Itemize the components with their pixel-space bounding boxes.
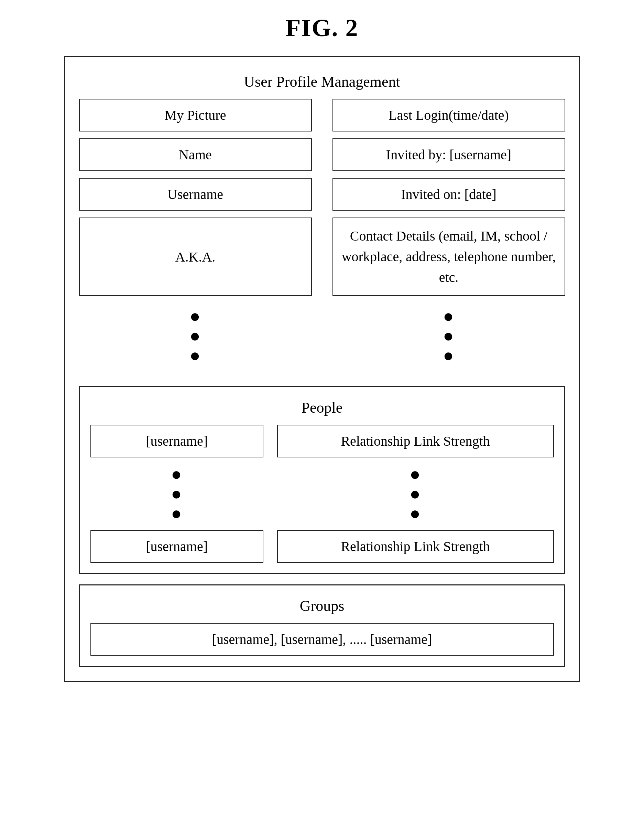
left-dots: ● ● ● <box>79 303 312 369</box>
people-relationship-1: Relationship Link Strength <box>277 425 554 457</box>
groups-title: Groups <box>90 594 554 623</box>
people-dots-row: ● ● ● ● ● ● <box>90 461 554 527</box>
dot-6: ● <box>443 346 454 365</box>
figure-title: FIG. 2 <box>285 14 358 42</box>
people-title: People <box>90 395 554 425</box>
p-dot-1: ● <box>171 464 182 484</box>
people-grid-2: [username] Relationship Link Strength <box>90 530 554 563</box>
people-right-dots: ● ● ● <box>277 461 554 527</box>
username-field[interactable]: Username <box>79 178 312 211</box>
contact-details-field: Contact Details (email, IM, school / wor… <box>333 217 565 296</box>
invited-by-field: Invited by: [username] <box>333 138 565 171</box>
outer-container: User Profile Management My Picture Last … <box>64 56 580 682</box>
people-section: People [username] Relationship Link Stre… <box>79 386 565 574</box>
invited-on-field: Invited on: [date] <box>333 178 565 211</box>
profile-grid: My Picture Last Login(time/date) Name In… <box>79 99 565 296</box>
profile-dots-row: ● ● ● ● ● ● <box>79 303 565 369</box>
people-grid: [username] Relationship Link Strength <box>90 425 554 457</box>
groups-usernames: [username], [username], ..... [username] <box>90 623 554 656</box>
people-relationship-2: Relationship Link Strength <box>277 530 554 563</box>
page-title: User Profile Management <box>79 68 565 99</box>
dot-4: ● <box>443 306 454 326</box>
p-dot-2: ● <box>171 484 182 503</box>
right-dots: ● ● ● <box>333 303 565 369</box>
p-dot-3: ● <box>171 503 182 523</box>
people-username-2[interactable]: [username] <box>90 530 264 563</box>
my-picture-field: My Picture <box>79 99 312 131</box>
dot-2: ● <box>189 326 201 346</box>
p-dot-4: ● <box>409 464 421 484</box>
aka-field[interactable]: A.K.A. <box>79 217 312 296</box>
p-dot-5: ● <box>409 484 421 503</box>
dot-1: ● <box>189 306 201 326</box>
dot-5: ● <box>443 326 454 346</box>
people-left-dots: ● ● ● <box>90 461 264 527</box>
p-dot-6: ● <box>409 503 421 523</box>
people-username-1[interactable]: [username] <box>90 425 264 457</box>
dot-3: ● <box>189 346 201 365</box>
groups-section: Groups [username], [username], ..... [us… <box>79 584 565 667</box>
last-login-field: Last Login(time/date) <box>333 99 565 131</box>
name-field[interactable]: Name <box>79 138 312 171</box>
